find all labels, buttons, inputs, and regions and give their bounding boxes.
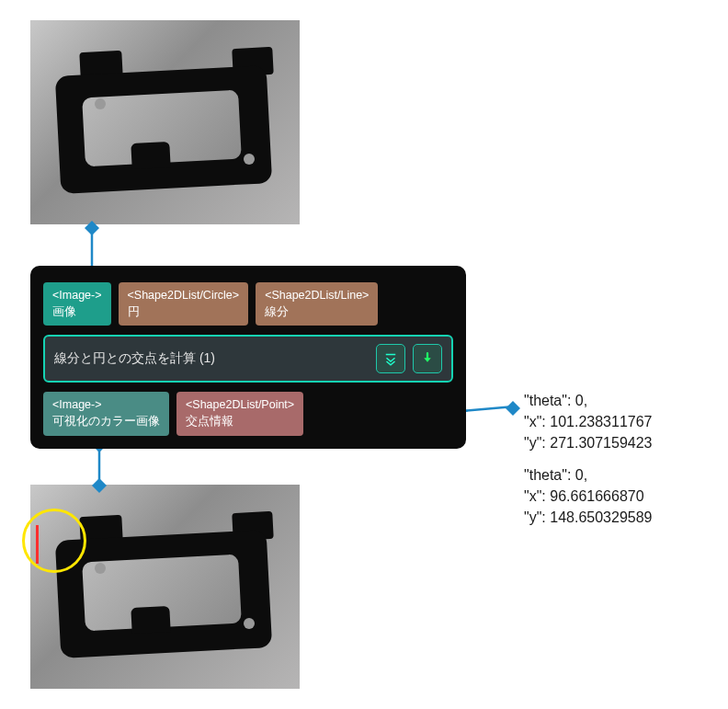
node-title: 線分と円との交点を計算 (1) [54, 350, 369, 367]
run-button[interactable] [413, 344, 442, 373]
intersection-result-1: "theta": 0, "x": 96.661666870 "y": 148.6… [524, 464, 652, 529]
download-arrow-icon [419, 350, 436, 367]
input-image-thumbnail [30, 20, 300, 224]
detected-circle-overlay [22, 509, 86, 573]
output-port-image[interactable]: <Image-> 可視化のカラー画像 [43, 392, 169, 435]
result-theta: "theta": 0, [524, 390, 652, 411]
port-label: 円 [128, 303, 240, 320]
port-type-tag: <Shape2DList/Point> [186, 397, 294, 413]
result-x: "x": 101.238311767 [524, 411, 652, 432]
output-port-points[interactable]: <Shape2DList/Point> 交点情報 [176, 392, 303, 435]
result-x: "x": 96.661666870 [524, 486, 652, 507]
node-title-row: 線分と円との交点を計算 (1) [43, 335, 453, 383]
detected-line-overlay [36, 525, 39, 564]
input-port-image[interactable]: <Image-> 画像 [43, 282, 111, 326]
port-label: 可視化のカラー画像 [52, 413, 160, 429]
input-port-line[interactable]: <Shape2DList/Line> 線分 [256, 282, 378, 326]
node-input-row: <Image-> 画像 <Shape2DList/Circle> 円 <Shap… [43, 282, 453, 326]
expand-button[interactable] [376, 344, 405, 373]
port-label: 線分 [265, 303, 369, 320]
port-type-tag: <Image-> [52, 288, 102, 303]
input-port-circle[interactable]: <Shape2DList/Circle> 円 [119, 282, 249, 326]
diagram-canvas: <Image-> 画像 <Shape2DList/Circle> 円 <Shap… [0, 0, 728, 709]
port-type-tag: <Shape2DList/Line> [265, 288, 369, 303]
result-y: "y": 148.650329589 [524, 507, 652, 528]
port-type-tag: <Shape2DList/Circle> [128, 288, 240, 303]
intersection-result-0: "theta": 0, "x": 101.238311767 "y": 271.… [524, 390, 652, 454]
node-block: <Image-> 画像 <Shape2DList/Circle> 円 <Shap… [30, 266, 466, 449]
port-label: 交点情報 [186, 413, 294, 429]
port-type-tag: <Image-> [52, 397, 160, 413]
result-y: "y": 271.307159423 [524, 432, 652, 453]
svg-marker-8 [506, 401, 520, 416]
expand-down-icon [382, 350, 399, 367]
port-label: 画像 [52, 303, 102, 320]
result-theta: "theta": 0, [524, 464, 652, 486]
node-output-row: <Image-> 可視化のカラー画像 <Shape2DList/Point> 交… [43, 392, 453, 435]
